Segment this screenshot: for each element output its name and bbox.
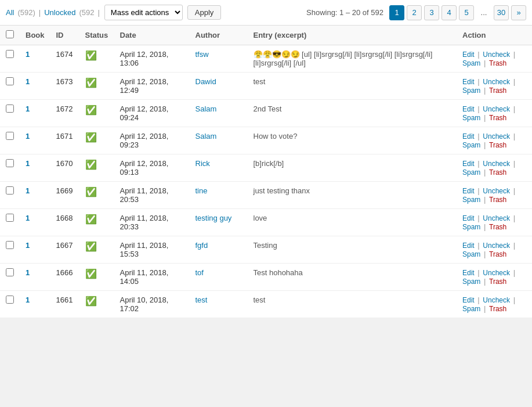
trash-link[interactable]: Trash — [489, 114, 506, 122]
entry-excerpt: love — [254, 214, 267, 222]
sep1: | — [39, 8, 41, 17]
spam-link[interactable]: Spam — [462, 223, 480, 231]
status-icon: ✅ — [85, 296, 97, 306]
table-row: 1 1674 ✅ April 12, 2018, 13:06 tfsw 😤😤😎😏… — [0, 45, 532, 73]
edit-link[interactable]: Edit — [462, 51, 475, 59]
action-links: Edit | Uncheck | Spam | Trash — [462, 159, 526, 177]
uncheck-link[interactable]: Uncheck — [483, 51, 510, 59]
row-checkbox[interactable] — [6, 268, 14, 276]
row-checkbox[interactable] — [6, 132, 14, 140]
spam-link[interactable]: Spam — [462, 114, 480, 122]
edit-link[interactable]: Edit — [462, 160, 475, 168]
page-5-btn[interactable]: 5 — [459, 5, 474, 20]
book-link[interactable]: 1 — [26, 296, 30, 304]
action-links: Edit | Uncheck | Spam | Trash — [462, 214, 526, 231]
page-30-btn[interactable]: 30 — [494, 5, 509, 20]
book-link[interactable]: 1 — [26, 132, 30, 141]
author-link[interactable]: Rick — [196, 159, 210, 168]
status-icon: ✅ — [85, 105, 97, 115]
trash-link[interactable]: Trash — [489, 278, 506, 286]
entry-date: April 12, 2018, 13:06 — [114, 45, 190, 73]
author-link[interactable]: fgfd — [196, 241, 208, 250]
row-checkbox[interactable] — [6, 159, 14, 167]
edit-link[interactable]: Edit — [462, 269, 475, 277]
uncheck-link[interactable]: Uncheck — [483, 269, 510, 277]
author-col-header: Author — [190, 26, 248, 45]
entry-id: 1673 — [50, 73, 79, 100]
apply-button[interactable]: Apply — [187, 5, 222, 20]
book-link[interactable]: 1 — [26, 159, 30, 168]
uncheck-link[interactable]: Uncheck — [483, 160, 510, 168]
trash-link[interactable]: Trash — [489, 59, 506, 67]
mass-edit-select[interactable]: Mass edit actions Delete Approve — [104, 5, 183, 20]
author-link[interactable]: test — [196, 296, 208, 304]
uncheck-link[interactable]: Uncheck — [483, 78, 510, 86]
author-link[interactable]: tfsw — [196, 50, 209, 59]
edit-link[interactable]: Edit — [462, 242, 475, 250]
page-1-btn[interactable]: 1 — [389, 5, 404, 20]
uncheck-link[interactable]: Uncheck — [483, 105, 510, 113]
uncheck-link[interactable]: Uncheck — [483, 296, 510, 304]
edit-link[interactable]: Edit — [462, 78, 475, 86]
spam-link[interactable]: Spam — [462, 87, 480, 95]
book-link[interactable]: 1 — [26, 105, 30, 113]
trash-link[interactable]: Trash — [489, 305, 506, 313]
author-link[interactable]: Salam — [196, 105, 217, 113]
trash-link[interactable]: Trash — [489, 168, 506, 177]
spam-link[interactable]: Spam — [462, 141, 480, 149]
row-checkbox[interactable] — [6, 77, 14, 85]
row-checkbox[interactable] — [6, 296, 14, 304]
book-col-header: Book — [20, 26, 50, 45]
page-4-btn[interactable]: 4 — [441, 5, 457, 20]
row-checkbox[interactable] — [6, 241, 14, 249]
page-2-btn[interactable]: 2 — [407, 5, 422, 20]
book-link[interactable]: 1 — [26, 241, 30, 250]
spam-link[interactable]: Spam — [462, 168, 480, 177]
spam-link[interactable]: Spam — [462, 305, 480, 313]
spam-link[interactable]: Spam — [462, 250, 480, 258]
spam-link[interactable]: Spam — [462, 59, 480, 67]
uncheck-link[interactable]: Uncheck — [483, 187, 510, 195]
page-3-btn[interactable]: 3 — [424, 5, 439, 20]
trash-link[interactable]: Trash — [489, 223, 506, 231]
uncheck-link[interactable]: Uncheck — [483, 242, 510, 250]
trash-link[interactable]: Trash — [489, 196, 506, 204]
select-all-checkbox[interactable] — [6, 30, 14, 38]
entry-date: April 12, 2018, 09:24 — [114, 100, 190, 127]
edit-link[interactable]: Edit — [462, 105, 475, 113]
author-link[interactable]: Salam — [196, 132, 217, 141]
edit-link[interactable]: Edit — [462, 296, 475, 304]
book-link[interactable]: 1 — [26, 186, 30, 195]
author-link[interactable]: testing guy — [196, 214, 232, 222]
next-page-btn[interactable]: » — [511, 5, 526, 20]
edit-link[interactable]: Edit — [462, 214, 475, 222]
uncheck-link[interactable]: Uncheck — [483, 132, 510, 141]
trash-link[interactable]: Trash — [489, 250, 506, 258]
table-row: 1 1667 ✅ April 11, 2018, 15:53 fgfd Test… — [0, 236, 532, 264]
entry-excerpt: Testing — [254, 241, 277, 250]
uncheck-link[interactable]: Uncheck — [483, 214, 510, 222]
author-link[interactable]: Dawid — [196, 77, 216, 86]
book-link[interactable]: 1 — [26, 50, 30, 59]
edit-link[interactable]: Edit — [462, 132, 475, 141]
book-link[interactable]: 1 — [26, 214, 30, 222]
action-links: Edit | Uncheck | Spam | Trash — [462, 241, 526, 258]
author-link[interactable]: tine — [196, 186, 208, 195]
row-checkbox[interactable] — [6, 105, 14, 113]
unlocked-filter-link[interactable]: Unlocked — [44, 8, 75, 17]
action-links: Edit | Uncheck | Spam | Trash — [462, 268, 526, 286]
spam-link[interactable]: Spam — [462, 278, 480, 286]
book-link[interactable]: 1 — [26, 268, 30, 277]
row-checkbox[interactable] — [6, 186, 14, 195]
all-filter-link[interactable]: All — [6, 8, 14, 17]
edit-link[interactable]: Edit — [462, 187, 475, 195]
action-links: Edit | Uncheck | Spam | Trash — [462, 77, 526, 95]
author-link[interactable]: tof — [196, 268, 204, 277]
spam-link[interactable]: Spam — [462, 196, 480, 204]
action-links: Edit | Uncheck | Spam | Trash — [462, 50, 526, 67]
trash-link[interactable]: Trash — [489, 87, 506, 95]
trash-link[interactable]: Trash — [489, 141, 506, 149]
row-checkbox[interactable] — [6, 50, 14, 58]
row-checkbox[interactable] — [6, 214, 14, 222]
book-link[interactable]: 1 — [26, 77, 30, 86]
